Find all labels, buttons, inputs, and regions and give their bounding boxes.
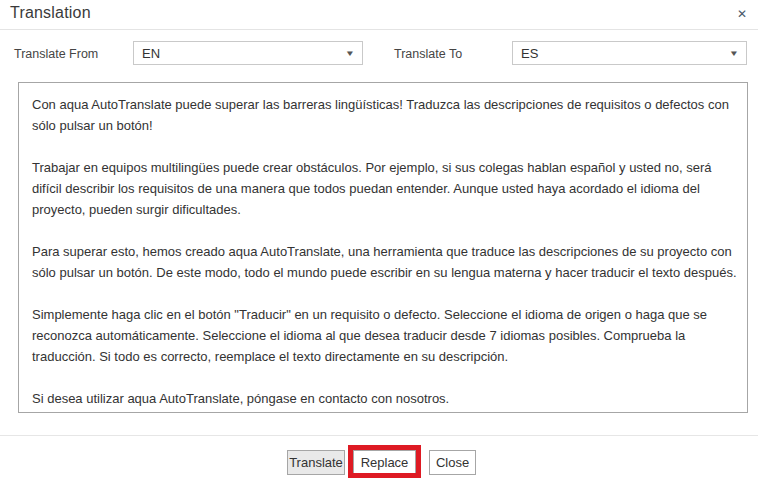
close-button[interactable]: Close bbox=[429, 450, 476, 475]
translation-paragraph: Simplemente haga clic en el botón "Tradu… bbox=[32, 304, 737, 367]
replace-button[interactable]: Replace bbox=[353, 450, 416, 474]
close-icon[interactable]: ✕ bbox=[733, 5, 751, 23]
page-title: Translation bbox=[10, 4, 91, 22]
translation-paragraph: Si desea utilizar aqua AutoTranslate, pó… bbox=[32, 388, 737, 409]
chevron-down-icon: ▼ bbox=[345, 49, 355, 58]
header-divider bbox=[0, 29, 758, 30]
translate-button[interactable]: Translate bbox=[287, 450, 345, 475]
chevron-down-icon: ▼ bbox=[729, 49, 739, 58]
translation-paragraph: Con aqua AutoTranslate puede superar las… bbox=[32, 94, 737, 136]
translation-paragraph: Para superar esto, hemos creado aqua Aut… bbox=[32, 241, 737, 283]
translate-to-label: Translate To bbox=[394, 47, 462, 61]
translate-from-select[interactable]: EN ▼ bbox=[133, 41, 363, 65]
translate-from-value: EN bbox=[142, 46, 160, 61]
translate-to-value: ES bbox=[521, 46, 538, 61]
footer-divider bbox=[0, 435, 758, 436]
translation-text-area[interactable]: Con aqua AutoTranslate puede superar las… bbox=[18, 82, 748, 413]
translation-paragraph: Trabajar en equipos multilingües puede c… bbox=[32, 157, 737, 220]
translate-from-label: Translate From bbox=[14, 47, 98, 61]
translate-to-select[interactable]: ES ▼ bbox=[512, 41, 747, 65]
